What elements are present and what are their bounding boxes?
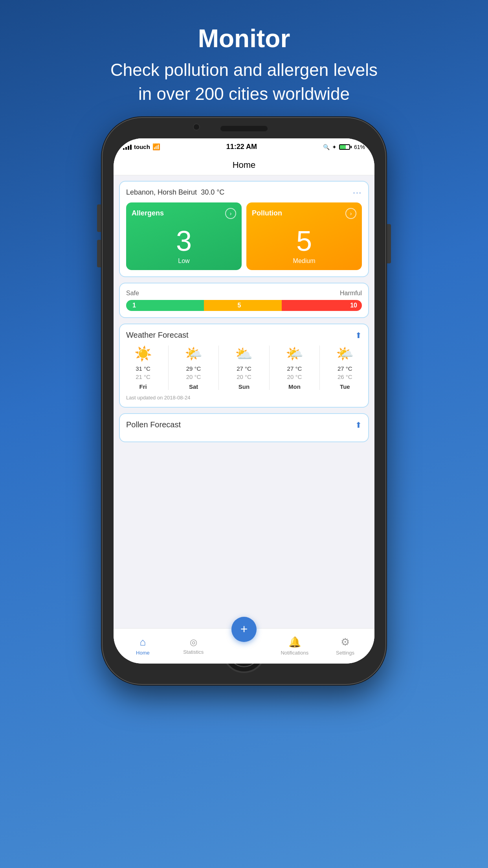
settings-icon: ⚙ <box>341 636 350 648</box>
bluetooth-icon: ✦ <box>332 144 337 150</box>
notifications-icon: 🔔 <box>288 636 301 648</box>
status-time: 11:22 AM <box>226 143 257 151</box>
wifi-icon: 📶 <box>152 143 160 151</box>
tab-bar: + ⌂ Home ◎ Statistics Symptom 🔔 <box>114 628 374 664</box>
scale-max: 10 <box>350 302 357 309</box>
scale-harmful-label: Harmful <box>340 290 362 297</box>
nav-bar: Home <box>114 156 374 175</box>
scale-bar: 1 5 10 <box>126 300 362 311</box>
weather-temp-high: 29 °C <box>186 365 201 372</box>
weather-title: Weather Forecast <box>126 331 189 340</box>
weather-temp-high: 27 °C <box>287 365 302 372</box>
pollution-level: Medium <box>293 257 316 265</box>
tab-statistics[interactable]: ◎ Statistics <box>174 637 213 655</box>
pollution-label: Pollution <box>252 209 282 217</box>
weather-day-divider <box>218 346 219 390</box>
weather-day: 🌤️ 27 °C 26 °C Tue <box>336 346 354 390</box>
weather-temp-low: 21 °C <box>136 373 150 380</box>
weather-temp-low: 26 °C <box>338 373 352 380</box>
nav-title: Home <box>233 160 256 170</box>
weather-day: 🌤️ 27 °C 20 °C Mon <box>286 346 303 390</box>
weather-temp-high: 27 °C <box>237 365 251 372</box>
more-options-button[interactable]: ··· <box>353 188 362 197</box>
weather-day-name: Sun <box>238 383 250 390</box>
phone-wrapper: touch 📶 11:22 AM 🔍 ✦ 61% <box>103 118 385 684</box>
phone-frame: touch 📶 11:22 AM 🔍 ✦ 61% <box>103 118 385 684</box>
allergens-level: Low <box>178 257 189 265</box>
weather-day-icon: ☀️ <box>134 346 152 362</box>
power-button[interactable] <box>387 224 391 263</box>
home-tab-label: Home <box>136 650 150 656</box>
phone-screen: touch 📶 11:22 AM 🔍 ✦ 61% <box>114 138 374 664</box>
statistics-tab-label: Statistics <box>183 649 204 655</box>
location-icon: 🔍 <box>323 144 330 150</box>
pollen-share-icon[interactable]: ⬆ <box>355 420 362 430</box>
allergens-label: Allergens <box>132 209 164 217</box>
weather-day: ☀️ 31 °C 21 °C Fri <box>134 346 152 390</box>
allergens-arrow-icon: › <box>225 208 236 219</box>
pollution-value: 5 <box>296 227 312 255</box>
weather-temp-low: 20 °C <box>287 373 302 380</box>
scale-min: 1 <box>132 302 136 309</box>
tab-notifications[interactable]: 🔔 Notifications <box>275 636 314 656</box>
statistics-icon: ◎ <box>190 637 197 647</box>
pollution-arrow-icon: › <box>345 208 356 219</box>
allergens-tile[interactable]: Allergens › 3 Low <box>126 202 242 270</box>
allergens-value: 3 <box>176 227 192 255</box>
scroll-area[interactable]: Lebanon, Horsh Beirut 30.0 °C ··· Allerg… <box>114 175 374 628</box>
pollen-card: Pollen Forecast ⬆ <box>119 413 369 442</box>
weather-last-updated: Last updated on 2018-08-24 <box>126 395 362 401</box>
pollution-tile[interactable]: Pollution › 5 Medium <box>246 202 362 270</box>
battery-percent: 61% <box>354 144 365 150</box>
scale-mid: 5 <box>238 302 241 309</box>
weather-day-icon: 🌤️ <box>286 346 303 362</box>
weather-day: ⛅ 27 °C 20 °C Sun <box>235 346 253 390</box>
carrier-name: touch <box>134 143 150 150</box>
weather-day-icon: ⛅ <box>235 346 253 362</box>
weather-day-name: Fri <box>139 383 147 390</box>
add-symptom-button[interactable]: + <box>231 617 257 642</box>
phone-camera <box>193 123 200 131</box>
weather-temp-low: 20 °C <box>237 373 251 380</box>
weather-card: Weather Forecast ⬆ ☀️ 31 °C 21 °C Fri 🌤️… <box>119 324 369 408</box>
weather-temp-high: 27 °C <box>338 365 352 372</box>
volume-down-button[interactable] <box>97 240 101 267</box>
settings-tab-label: Settings <box>336 650 354 656</box>
tab-settings[interactable]: ⚙ Settings <box>326 636 365 656</box>
weather-day-name: Sat <box>189 383 198 390</box>
weather-day-divider <box>319 346 320 390</box>
pollen-title: Pollen Forecast <box>126 420 181 429</box>
weather-share-icon[interactable]: ⬆ <box>355 331 362 340</box>
home-icon: ⌂ <box>140 636 146 648</box>
phone-speaker <box>220 126 268 131</box>
page-title: Monitor <box>110 24 378 54</box>
page-subtitle: Check pollution and allergen levelsin ov… <box>110 58 378 106</box>
header-section: Monitor Check pollution and allergen lev… <box>110 0 378 106</box>
weather-day-icon: 🌤️ <box>185 346 202 362</box>
weather-temp-high: 31 °C <box>136 365 150 372</box>
location-card: Lebanon, Horsh Beirut 30.0 °C ··· Allerg… <box>119 181 369 277</box>
tab-home[interactable]: ⌂ Home <box>123 636 162 656</box>
battery-indicator <box>339 144 352 150</box>
weather-temp-low: 20 °C <box>186 373 201 380</box>
status-right: 🔍 ✦ 61% <box>323 144 365 150</box>
notifications-tab-label: Notifications <box>281 650 308 656</box>
signal-icon <box>123 144 132 150</box>
location-name: Lebanon, Horsh Beirut 30.0 °C <box>126 188 224 197</box>
volume-up-button[interactable] <box>97 204 101 232</box>
weather-days-row: ☀️ 31 °C 21 °C Fri 🌤️ 29 °C 20 °C Sat ⛅ … <box>126 346 362 390</box>
scale-safe-label: Safe <box>126 290 139 297</box>
weather-day: 🌤️ 29 °C 20 °C Sat <box>185 346 202 390</box>
scale-card: Safe Harmful 1 5 10 <box>119 283 369 318</box>
weather-day-divider <box>168 346 169 390</box>
weather-day-name: Tue <box>340 383 350 390</box>
weather-day-name: Mon <box>288 383 301 390</box>
status-bar: touch 📶 11:22 AM 🔍 ✦ 61% <box>114 138 374 156</box>
status-left: touch 📶 <box>123 143 160 151</box>
weather-day-divider <box>269 346 270 390</box>
weather-day-icon: 🌤️ <box>336 346 354 362</box>
